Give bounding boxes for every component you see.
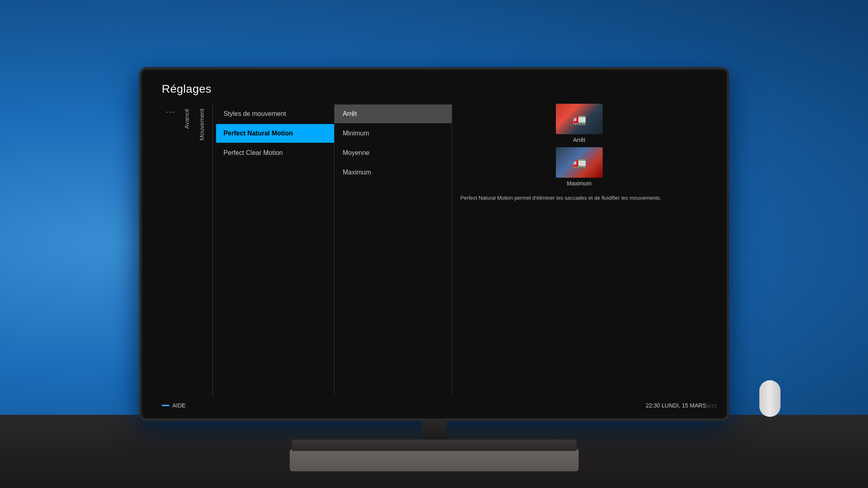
preview-column: Arrêt Maximum Perfect Natural Motion per… <box>452 104 706 396</box>
vertical-divider-left <box>212 104 213 396</box>
menu-item-perfect-clear[interactable]: Perfect Clear Motion <box>216 144 334 162</box>
watermark: OETZ <box>705 404 717 409</box>
screen-footer: AIDE 22:30 LUNDI, 15 MARS <box>146 396 723 414</box>
option-moyenne[interactable]: Moyenne <box>335 144 452 162</box>
options-column: Arrêt Minimum Moyenne Maximum <box>334 104 452 396</box>
smart-speaker <box>759 380 781 417</box>
preview-label-arret: Arrêt <box>573 137 585 143</box>
nav-tab-mouvement[interactable]: Mouvement <box>194 104 209 145</box>
preview-image-arret <box>556 104 603 134</box>
option-maximum[interactable]: Maximum <box>335 163 452 182</box>
truck-image-light <box>556 104 603 134</box>
tv-stand-neck <box>422 418 446 441</box>
tv-screen: Réglages ... Avancé Mouvement Styles de … <box>146 74 723 414</box>
menu-item-styles[interactable]: Styles de mouvement <box>216 105 334 123</box>
screen-header: Réglages <box>146 74 723 100</box>
help-dash-icon <box>162 405 169 406</box>
truck-image-dark <box>556 147 603 178</box>
preview-image-maximum <box>556 147 603 178</box>
soundbar <box>290 449 579 471</box>
tv-stand-base <box>292 440 577 451</box>
preview-label-maximum: Maximum <box>567 180 592 187</box>
screen-content: ... Avancé Mouvement Styles de mouvement… <box>146 100 723 396</box>
preview-description: Perfect Natural Motion permet d'éliminer… <box>460 194 698 202</box>
menu-item-perfect-natural[interactable]: Perfect Natural Motion <box>216 124 334 143</box>
preview-maximum: Maximum <box>460 147 698 187</box>
page-title: Réglages <box>162 83 706 96</box>
nav-tab-dots[interactable]: ... <box>162 104 179 116</box>
nav-tab-avance[interactable]: Avancé <box>179 104 194 134</box>
preview-arret: Arrêt <box>460 104 698 143</box>
tv-frame: Réglages ... Avancé Mouvement Styles de … <box>139 67 729 421</box>
help-section: AIDE <box>162 402 186 409</box>
option-minimum[interactable]: Minimum <box>335 124 452 143</box>
help-label[interactable]: AIDE <box>173 402 186 409</box>
menu-column: Styles de mouvement Perfect Natural Moti… <box>216 104 334 396</box>
nav-tabs: ... Avancé Mouvement <box>162 104 210 396</box>
option-arret[interactable]: Arrêt <box>335 105 452 123</box>
datetime-display: 22:30 LUNDI, 15 MARS <box>646 402 706 409</box>
